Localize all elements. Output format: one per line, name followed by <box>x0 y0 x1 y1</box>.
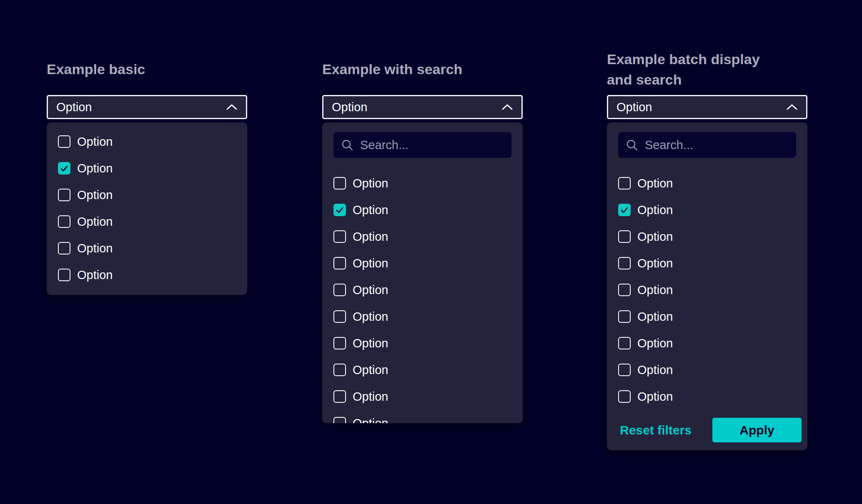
option-checkbox[interactable] <box>58 215 70 228</box>
option-checkbox[interactable] <box>618 337 631 349</box>
option-row[interactable]: Option <box>607 330 807 357</box>
panel-footer: Reset filters Apply <box>607 418 807 442</box>
option-checkbox[interactable] <box>618 177 631 190</box>
option-row[interactable]: Option <box>607 277 807 303</box>
option-checkbox[interactable] <box>58 242 70 254</box>
option-row[interactable]: Option <box>607 357 807 383</box>
option-row[interactable]: Option <box>322 330 523 357</box>
option-row[interactable]: Option <box>607 303 807 330</box>
dropdown-trigger[interactable]: Option <box>607 95 807 119</box>
dropdown-trigger[interactable]: Option <box>322 95 523 119</box>
option-row[interactable]: Option <box>322 223 523 250</box>
option-checkbox[interactable] <box>58 135 70 148</box>
dropdown-trigger[interactable]: Option <box>47 95 247 119</box>
option-label: Option <box>637 390 673 404</box>
option-label: Option <box>637 310 673 324</box>
check-icon <box>60 165 68 172</box>
option-label: Option <box>637 177 673 190</box>
options-list[interactable]: Option Option <box>322 170 523 423</box>
option-row[interactable]: Option <box>322 357 523 383</box>
option-label: Option <box>637 283 673 297</box>
option-label: Option <box>353 257 388 270</box>
dropdown-trigger-label: Option <box>332 100 367 114</box>
options-list: Option Option <box>47 128 247 288</box>
option-row[interactable]: Option <box>607 383 807 410</box>
section-title: Example with search <box>322 59 462 80</box>
option-label: Option <box>353 310 388 324</box>
option-checkbox[interactable] <box>618 230 631 243</box>
option-checkbox[interactable] <box>58 269 70 281</box>
option-label: Option <box>353 390 388 404</box>
apply-button[interactable]: Apply <box>712 418 802 442</box>
option-label: Option <box>637 203 673 217</box>
option-checkbox[interactable] <box>618 364 631 376</box>
option-label: Option <box>637 257 673 270</box>
option-checkbox[interactable] <box>58 189 70 201</box>
option-checkbox[interactable] <box>333 337 346 349</box>
option-checkbox[interactable] <box>333 364 346 376</box>
option-row[interactable]: Option <box>47 208 247 235</box>
options-list: Option Option <box>607 170 807 410</box>
option-checkbox[interactable] <box>333 417 346 423</box>
search-input[interactable] <box>359 138 504 152</box>
option-row[interactable]: Option <box>47 182 247 208</box>
option-label: Option <box>353 177 388 190</box>
search-icon <box>341 139 353 151</box>
option-row[interactable]: Option <box>47 128 247 155</box>
search-field <box>618 132 796 158</box>
option-row[interactable]: Option <box>607 170 807 197</box>
section-title: Example basic <box>47 59 145 80</box>
dropdown-panel: Option Option <box>607 122 807 450</box>
option-label: Option <box>353 417 388 424</box>
option-row[interactable]: Option <box>47 262 247 288</box>
option-row[interactable]: Option <box>322 277 523 303</box>
option-checkbox[interactable] <box>618 257 631 269</box>
option-checkbox[interactable] <box>333 310 346 323</box>
option-row[interactable]: Option <box>322 170 523 197</box>
option-row[interactable]: Option <box>322 250 523 277</box>
option-label: Option <box>353 337 388 350</box>
search-field <box>333 132 511 158</box>
option-checkbox[interactable] <box>333 177 346 190</box>
option-label: Option <box>77 162 113 175</box>
chevron-up-icon <box>786 104 798 110</box>
option-checkbox[interactable] <box>333 230 346 243</box>
option-label: Option <box>77 188 113 202</box>
check-icon <box>336 207 344 213</box>
dropdown-trigger-label: Option <box>616 100 652 114</box>
option-checkbox[interactable] <box>333 204 346 216</box>
option-row[interactable]: Option <box>322 197 523 223</box>
option-label: Option <box>77 135 113 149</box>
check-icon <box>620 207 629 213</box>
option-checkbox[interactable] <box>618 284 631 296</box>
option-row[interactable]: Option <box>322 383 523 410</box>
option-label: Option <box>353 283 388 297</box>
dropdown-panel: Option Option <box>47 122 247 295</box>
option-label: Option <box>353 363 388 377</box>
dropdown-panel: Option Option <box>322 122 523 423</box>
option-checkbox[interactable] <box>618 310 631 323</box>
option-checkbox[interactable] <box>333 390 346 403</box>
option-label: Option <box>77 242 113 255</box>
option-label: Option <box>637 337 673 350</box>
option-checkbox[interactable] <box>58 162 70 175</box>
section-title: Example batch display and search <box>607 49 760 90</box>
option-checkbox[interactable] <box>618 204 631 216</box>
option-label: Option <box>77 268 113 282</box>
reset-filters-button[interactable]: Reset filters <box>620 423 692 437</box>
option-row[interactable]: Option <box>322 303 523 330</box>
chevron-up-icon <box>501 104 513 110</box>
option-row[interactable]: Option <box>607 197 807 223</box>
option-row[interactable]: Option <box>607 250 807 277</box>
dropdown-examples-page: Example basic Option Option <box>0 0 862 504</box>
option-row[interactable]: Option <box>322 410 523 423</box>
search-icon <box>626 139 638 151</box>
option-row[interactable]: Option <box>607 223 807 250</box>
option-label: Option <box>637 363 673 377</box>
option-row[interactable]: Option <box>47 235 247 262</box>
option-checkbox[interactable] <box>618 390 631 403</box>
option-checkbox[interactable] <box>333 257 346 269</box>
option-checkbox[interactable] <box>333 284 346 296</box>
search-input[interactable] <box>644 138 789 152</box>
option-row[interactable]: Option <box>47 155 247 182</box>
